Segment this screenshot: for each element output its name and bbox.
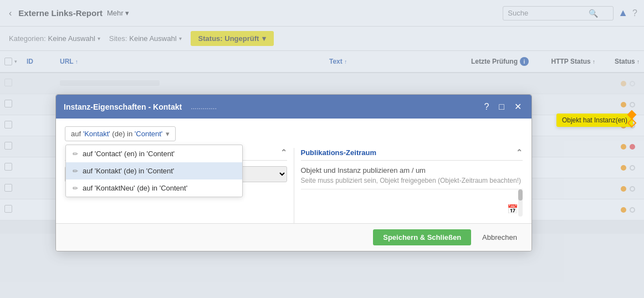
modal-overlay: Objekt hat Instanz(en) Instanz-Eigenscha… xyxy=(0,0,644,234)
right-col-header: Publikations-Zeitraum ⌃ xyxy=(301,148,523,161)
pencil-icon-1: ✏ xyxy=(73,167,78,175)
right-col-content: Objekt und Instanz publizieren am / um S… xyxy=(301,166,523,184)
instance-dropdown[interactable]: auf 'Kontakt' (de) in 'Content' ▾ ✏ auf … xyxy=(65,126,176,141)
modal-body: auf 'Kontakt' (de) in 'Content' ▾ ✏ auf … xyxy=(56,119,531,223)
scrollbar-thumb xyxy=(518,189,523,201)
pencil-icon-0: ✏ xyxy=(73,150,78,158)
modal-col-right: Publikations-Zeitraum ⌃ Objekt und Insta… xyxy=(294,148,523,223)
modal-close-button[interactable]: ✕ xyxy=(512,100,524,113)
right-scroll-area: 📅 xyxy=(301,189,523,217)
tooltip-diamonds xyxy=(628,111,635,126)
dropdown-item-0[interactable]: ✏ auf 'Contact' (en) in 'Content' xyxy=(66,145,242,162)
tooltip-box: Objekt hat Instanz(en) xyxy=(556,114,633,127)
left-collapse-button[interactable]: ⌃ xyxy=(280,148,287,157)
cancel-button[interactable]: Abbrechen xyxy=(477,229,523,234)
dropdown-item-label-2: auf 'KontaktNeu' (de) in 'Content' xyxy=(83,184,187,192)
right-collapse-button[interactable]: ⌃ xyxy=(516,148,523,157)
instance-dropdown-menu: ✏ auf 'Contact' (en) in 'Content' ✏ auf … xyxy=(65,145,243,197)
dropdown-item-1[interactable]: ✏ auf 'Kontakt' (de) in 'Content' xyxy=(66,162,242,179)
scrollbar-track[interactable] xyxy=(518,189,523,217)
right-col-title: Publikations-Zeitraum xyxy=(301,148,377,157)
dropdown-item-label-0: auf 'Contact' (en) in 'Content' xyxy=(83,150,175,158)
right-col-note: Seite muss publiziert sein, Objekt freig… xyxy=(301,177,523,184)
modal-footer: Speichern & Schließen Abbrechen xyxy=(56,223,531,234)
modal-title-actions: ? □ ✕ xyxy=(482,100,524,113)
save-close-button[interactable]: Speichern & Schließen xyxy=(373,229,471,234)
tooltip-text: Objekt hat Instanz(en) xyxy=(562,116,627,124)
pencil-icon-2: ✏ xyxy=(73,184,78,192)
right-col-text: Objekt und Instanz publizieren am / um xyxy=(301,166,523,174)
diamond-icon-2 xyxy=(627,119,637,128)
instance-select-row: auf 'Kontakt' (de) in 'Content' ▾ ✏ auf … xyxy=(65,126,523,141)
modal-help-button[interactable]: ? xyxy=(482,101,491,113)
modal-maximize-button[interactable]: □ xyxy=(497,101,507,113)
modal-title: Instanz-Eigenschaften - Kontakt xyxy=(64,102,182,111)
modal-titlebar: Instanz-Eigenschaften - Kontakt ........… xyxy=(56,95,531,119)
instance-dropdown-label: auf 'Kontakt' (de) in 'Content' xyxy=(71,130,162,138)
instance-dropdown-arrow-icon: ▾ xyxy=(166,130,170,138)
modal-title-extra: ............. xyxy=(191,102,217,111)
dropdown-item-2[interactable]: ✏ auf 'KontaktNeu' (de) in 'Content' xyxy=(66,179,242,197)
dropdown-item-label-1: auf 'Kontakt' (de) in 'Content' xyxy=(83,167,174,175)
modal-dialog: Instanz-Eigenschaften - Kontakt ........… xyxy=(55,94,532,234)
calendar-icon: 📅 xyxy=(507,204,518,214)
